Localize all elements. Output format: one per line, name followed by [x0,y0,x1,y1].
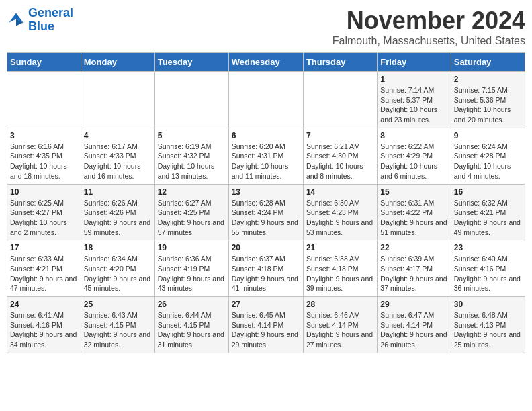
logo-bird-icon [7,11,26,30]
day-number: 4 [84,131,152,140]
day-info: Sunrise: 6:40 AM Sunset: 4:16 PM Dayligh… [454,254,522,293]
day-info: Sunrise: 6:47 AM Sunset: 4:14 PM Dayligh… [380,310,447,350]
calendar-cell: 17Sunrise: 6:33 AM Sunset: 4:21 PM Dayli… [7,240,81,297]
weekday-header-saturday: Saturday [451,53,525,72]
day-info: Sunrise: 7:14 AM Sunset: 5:37 PM Dayligh… [380,85,447,125]
day-number: 10 [10,187,78,197]
calendar-cell: 16Sunrise: 6:32 AM Sunset: 4:21 PM Dayli… [451,184,525,240]
calendar-cell: 3Sunrise: 6:16 AM Sunset: 4:35 PM Daylig… [7,128,81,184]
calendar-cell: 5Sunrise: 6:19 AM Sunset: 4:32 PM Daylig… [154,128,228,184]
day-info: Sunrise: 6:41 AM Sunset: 4:16 PM Dayligh… [10,310,78,350]
day-info: Sunrise: 6:30 AM Sunset: 4:23 PM Dayligh… [306,198,374,238]
day-number: 18 [84,243,152,253]
calendar-cell [154,72,228,128]
day-number: 13 [232,187,300,197]
calendar-cell: 28Sunrise: 6:46 AM Sunset: 4:14 PM Dayli… [303,297,377,353]
day-number: 29 [380,300,447,309]
day-number: 3 [10,131,78,140]
calendar-cell [81,72,154,128]
day-number: 1 [380,75,447,84]
day-info: Sunrise: 6:33 AM Sunset: 4:21 PM Dayligh… [10,254,78,293]
calendar-week-row: 10Sunrise: 6:25 AM Sunset: 4:27 PM Dayli… [7,184,525,240]
day-number: 12 [158,187,226,197]
day-number: 19 [158,243,226,253]
calendar-cell: 22Sunrise: 6:39 AM Sunset: 4:17 PM Dayli… [378,240,451,297]
day-number: 20 [232,243,300,253]
calendar-cell: 11Sunrise: 6:26 AM Sunset: 4:26 PM Dayli… [81,184,154,240]
calendar-cell: 26Sunrise: 6:44 AM Sunset: 4:15 PM Dayli… [154,297,228,353]
title-area: November 2024 Falmouth, Massachusetts, U… [332,7,525,47]
day-info: Sunrise: 6:45 AM Sunset: 4:14 PM Dayligh… [232,310,300,350]
day-info: Sunrise: 6:20 AM Sunset: 4:31 PM Dayligh… [232,142,300,181]
day-number: 6 [232,131,300,140]
calendar-cell: 19Sunrise: 6:36 AM Sunset: 4:19 PM Dayli… [154,240,228,297]
calendar-cell [303,72,377,128]
day-number: 25 [84,300,152,309]
weekday-header-friday: Friday [378,53,451,72]
calendar-cell: 10Sunrise: 6:25 AM Sunset: 4:27 PM Dayli… [7,184,81,240]
day-number: 2 [454,75,522,84]
day-info: Sunrise: 6:39 AM Sunset: 4:17 PM Dayligh… [380,254,447,293]
calendar-cell: 8Sunrise: 6:22 AM Sunset: 4:29 PM Daylig… [378,128,451,184]
calendar-week-row: 24Sunrise: 6:41 AM Sunset: 4:16 PM Dayli… [7,297,525,353]
day-number: 5 [158,131,226,140]
calendar-week-row: 17Sunrise: 6:33 AM Sunset: 4:21 PM Dayli… [7,240,525,297]
day-number: 30 [454,300,522,309]
calendar-cell: 9Sunrise: 6:24 AM Sunset: 4:28 PM Daylig… [451,128,525,184]
day-info: Sunrise: 6:32 AM Sunset: 4:21 PM Dayligh… [454,198,522,238]
location-subtitle: Falmouth, Massachusetts, United States [332,35,525,47]
day-number: 15 [380,187,447,197]
day-number: 11 [84,187,152,197]
day-number: 14 [306,187,374,197]
day-info: Sunrise: 6:28 AM Sunset: 4:24 PM Dayligh… [232,198,300,238]
calendar-cell [228,72,303,128]
calendar-cell: 13Sunrise: 6:28 AM Sunset: 4:24 PM Dayli… [228,184,303,240]
calendar-cell: 2Sunrise: 7:15 AM Sunset: 5:36 PM Daylig… [451,72,525,128]
day-info: Sunrise: 6:26 AM Sunset: 4:26 PM Dayligh… [84,198,152,238]
weekday-header-wednesday: Wednesday [228,53,303,72]
calendar-cell: 20Sunrise: 6:37 AM Sunset: 4:18 PM Dayli… [228,240,303,297]
day-number: 22 [380,243,447,253]
day-number: 23 [454,243,522,253]
calendar-cell: 21Sunrise: 6:38 AM Sunset: 4:18 PM Dayli… [303,240,377,297]
calendar-week-row: 3Sunrise: 6:16 AM Sunset: 4:35 PM Daylig… [7,128,525,184]
calendar-cell: 1Sunrise: 7:14 AM Sunset: 5:37 PM Daylig… [378,72,451,128]
day-number: 9 [454,131,522,140]
day-info: Sunrise: 6:44 AM Sunset: 4:15 PM Dayligh… [158,310,226,350]
calendar-cell: 24Sunrise: 6:41 AM Sunset: 4:16 PM Dayli… [7,297,81,353]
calendar-cell: 6Sunrise: 6:20 AM Sunset: 4:31 PM Daylig… [228,128,303,184]
day-info: Sunrise: 6:36 AM Sunset: 4:19 PM Dayligh… [158,254,226,293]
day-number: 16 [454,187,522,197]
day-number: 28 [306,300,374,309]
calendar-cell: 12Sunrise: 6:27 AM Sunset: 4:25 PM Dayli… [154,184,228,240]
calendar-cell: 25Sunrise: 6:43 AM Sunset: 4:15 PM Dayli… [81,297,154,353]
day-number: 27 [232,300,300,309]
day-info: Sunrise: 6:25 AM Sunset: 4:27 PM Dayligh… [10,198,78,238]
day-info: Sunrise: 6:27 AM Sunset: 4:25 PM Dayligh… [158,198,226,238]
day-info: Sunrise: 6:21 AM Sunset: 4:30 PM Dayligh… [306,142,374,181]
page-header: General Blue November 2024 Falmouth, Mas… [7,7,525,47]
day-info: Sunrise: 6:24 AM Sunset: 4:28 PM Dayligh… [454,142,522,181]
calendar-cell: 27Sunrise: 6:45 AM Sunset: 4:14 PM Dayli… [228,297,303,353]
day-info: Sunrise: 6:16 AM Sunset: 4:35 PM Dayligh… [10,142,78,181]
logo: General Blue [7,7,73,34]
calendar-cell: 30Sunrise: 6:48 AM Sunset: 4:13 PM Dayli… [451,297,525,353]
day-number: 26 [158,300,226,309]
calendar-cell: 29Sunrise: 6:47 AM Sunset: 4:14 PM Dayli… [378,297,451,353]
day-info: Sunrise: 6:43 AM Sunset: 4:15 PM Dayligh… [84,310,152,350]
calendar-cell: 7Sunrise: 6:21 AM Sunset: 4:30 PM Daylig… [303,128,377,184]
day-info: Sunrise: 6:48 AM Sunset: 4:13 PM Dayligh… [454,310,522,350]
calendar-cell [7,72,81,128]
calendar-week-row: 1Sunrise: 7:14 AM Sunset: 5:37 PM Daylig… [7,72,525,128]
logo-text: General Blue [28,7,73,34]
day-info: Sunrise: 6:22 AM Sunset: 4:29 PM Dayligh… [380,142,447,181]
weekday-header-thursday: Thursday [303,53,377,72]
day-number: 7 [306,131,374,140]
day-number: 21 [306,243,374,253]
weekday-header-monday: Monday [81,53,154,72]
day-info: Sunrise: 7:15 AM Sunset: 5:36 PM Dayligh… [454,85,522,125]
weekday-header-tuesday: Tuesday [154,53,228,72]
day-info: Sunrise: 6:46 AM Sunset: 4:14 PM Dayligh… [306,310,374,350]
day-info: Sunrise: 6:17 AM Sunset: 4:33 PM Dayligh… [84,142,152,181]
calendar-cell: 18Sunrise: 6:34 AM Sunset: 4:20 PM Dayli… [81,240,154,297]
